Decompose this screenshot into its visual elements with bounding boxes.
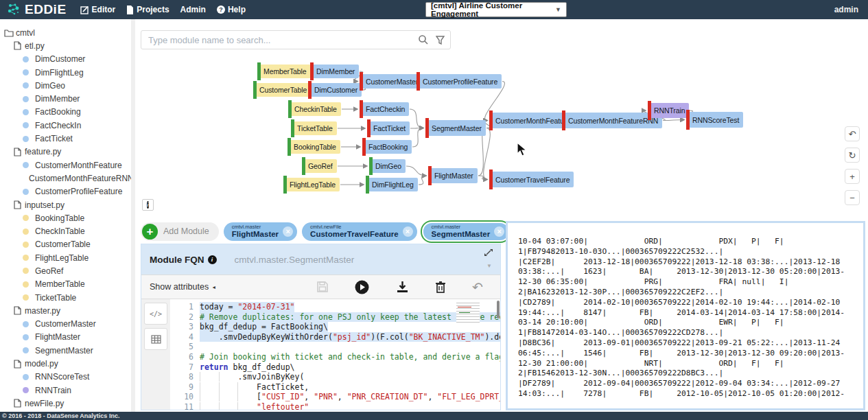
tree-module-RNNTrain[interactable]: RNNTrain: [0, 384, 131, 397]
tree-module-DimCustomer[interactable]: DimCustomer: [0, 53, 131, 66]
tree-module-DimFlightLeg[interactable]: DimFlightLeg: [0, 66, 131, 79]
node-label: SegmentMaster: [432, 124, 482, 132]
tree-file-master.py[interactable]: master.py: [0, 304, 131, 317]
node-label: DimMember: [316, 67, 355, 75]
close-tab-icon[interactable]: ×: [283, 226, 293, 237]
run-button[interactable]: [355, 280, 369, 294]
graph-node-FlightLegTable[interactable]: FlightLegTable: [283, 178, 340, 191]
tree-file-model.py[interactable]: model.py: [0, 357, 131, 370]
code-lines[interactable]: 1today = "2014-07-31"2# Remove duplicate…: [170, 299, 500, 410]
tree-module-DimMember[interactable]: DimMember: [0, 92, 131, 105]
graph-node-DimMember[interactable]: DimMember: [310, 65, 359, 78]
graph-node-GeoRef[interactable]: GeoRef: [302, 159, 337, 173]
save-button[interactable]: [316, 281, 329, 293]
graph-node-RNNScoreTest[interactable]: RNNScoreTest: [686, 112, 743, 128]
expand-icon[interactable]: [484, 248, 493, 257]
tree-folder-cmtvl[interactable]: cmtvl: [0, 26, 131, 39]
tree-module-FactCheckIn[interactable]: FactCheckIn: [0, 119, 131, 132]
tree-module-FactTicket[interactable]: FactTicket: [0, 132, 131, 145]
search-input[interactable]: [147, 34, 418, 46]
graph-node-CustomerMaster[interactable]: CustomerMaster: [360, 74, 422, 89]
sample-data-output[interactable]: 10-04 03:07:00| ORD| PDX| P| F| 1|FB7948…: [508, 223, 863, 399]
module-dot-icon: [23, 96, 29, 102]
undo-button[interactable]: ↶: [845, 126, 860, 141]
download-button[interactable]: [396, 281, 409, 293]
info-icon[interactable]: i: [208, 255, 217, 264]
tree-module-CustomerTable[interactable]: CustomerTable: [0, 238, 131, 251]
menu-admin[interactable]: Admin: [180, 5, 206, 14]
project-select[interactable]: [cmtvl] Airline Customer Engagement ▼: [425, 2, 567, 17]
search-icon[interactable]: [418, 34, 429, 45]
tree-module-CustomerMaster[interactable]: CustomerMaster: [0, 318, 131, 331]
graph-node-DimCustomer[interactable]: DimCustomer: [308, 83, 362, 97]
tree-module-FactBooking[interactable]: FactBooking: [0, 106, 131, 119]
tree-file-feature.py[interactable]: feature.py: [0, 145, 131, 159]
tree-item-label: inputset.py: [25, 200, 64, 210]
module-tab-CustomerTravelFeature[interactable]: cmtvl.newFileCustomerTravelFeature×: [302, 222, 417, 241]
fqn-value[interactable]: cmtvl.master.SegmentMaster: [235, 255, 355, 265]
module-dot-icon: [23, 82, 29, 89]
graph-node-CustomerProfileFeature[interactable]: CustomerProfileFeature: [417, 74, 502, 89]
tree-module-FlightLegTable[interactable]: FlightLegTable: [0, 251, 131, 264]
tree-file-newFile.py[interactable]: newFile.py: [0, 397, 131, 410]
tree-item-label: master.py: [25, 306, 60, 316]
close-tab-icon[interactable]: ×: [403, 226, 413, 237]
refresh-button[interactable]: ↻: [845, 148, 860, 163]
graph-node-SegmentMaster[interactable]: SegmentMaster: [425, 120, 486, 136]
line-number: 3: [170, 322, 200, 332]
graph-node-FlightMaster[interactable]: FlightMaster: [428, 168, 478, 183]
graph-node-FactBooking[interactable]: FactBooking: [362, 140, 412, 154]
chevron-down-icon[interactable]: ▼: [486, 263, 492, 269]
graph-info-button[interactable]: i: [142, 199, 154, 211]
tree-module-CustomerProfileFeature[interactable]: CustomerProfileFeature: [0, 185, 131, 198]
tree-module-TicketTable[interactable]: TicketTable: [0, 291, 131, 304]
zoom-out-button[interactable]: −: [845, 190, 860, 205]
sidebar-scrollbar[interactable]: [131, 19, 135, 412]
module-toolbar: Show attributes ◄: [141, 275, 500, 299]
tree-module-CustomerMonthFeatureRNN[interactable]: CustomerMonthFeatureRNN: [0, 172, 131, 185]
zoom-in-button[interactable]: +: [845, 169, 860, 184]
tree-file-inputset.py[interactable]: inputset.py: [0, 198, 131, 211]
tree-module-DimGeo[interactable]: DimGeo: [0, 79, 131, 92]
add-module-button[interactable]: + Add Module: [141, 222, 219, 241]
table-view-button[interactable]: [144, 328, 167, 350]
code-view-button[interactable]: </>: [144, 303, 167, 325]
graph-node-RNNTrain[interactable]: RNNTrain: [648, 103, 689, 118]
graph-node-FactCheckin[interactable]: FactCheckin: [360, 102, 409, 116]
node-status-bar: [686, 110, 690, 130]
graph-node-BookingTable[interactable]: BookingTable: [288, 140, 340, 154]
show-attributes-toggle[interactable]: Show attributes ◄: [150, 282, 216, 292]
menu-help[interactable]: ? Help: [217, 5, 246, 14]
filter-funnel-icon[interactable]: [436, 36, 445, 45]
menu-editor[interactable]: Editor: [80, 5, 116, 14]
graph-node-CheckinTable[interactable]: CheckinTable: [288, 102, 341, 116]
tree-module-CheckInTable[interactable]: CheckInTable: [0, 224, 131, 237]
file-icon: [13, 399, 22, 408]
tree-module-CustomerMonthFeature[interactable]: CustomerMonthFeature: [0, 159, 131, 172]
tree-item-label: SegmentMaster: [35, 346, 93, 355]
module-tab-FlightMaster[interactable]: cmtvl.masterFlightMaster×: [224, 222, 297, 241]
tree-module-GeoRef[interactable]: GeoRef: [0, 264, 131, 277]
delete-button[interactable]: [435, 281, 446, 293]
undo-button[interactable]: ↶: [472, 281, 483, 294]
tree-module-FlightMaster[interactable]: FlightMaster: [0, 331, 131, 344]
module-tab-SegmentMaster[interactable]: cmtvl.masterSegmentMaster×: [422, 222, 511, 242]
graph-node-CustomerTravelFeature[interactable]: CustomerTravelFeature: [489, 172, 574, 187]
graph-node-FactTicket[interactable]: FactTicket: [367, 121, 410, 135]
tree-module-MemberTable[interactable]: MemberTable: [0, 278, 131, 291]
tree-module-SegmentMaster[interactable]: SegmentMaster: [0, 344, 131, 357]
tree-module-RNNScoreTest[interactable]: RNNScoreTest: [0, 371, 131, 384]
graph-node-MemberTable[interactable]: MemberTable: [257, 65, 311, 78]
editor-scrollbar[interactable]: [497, 301, 500, 318]
close-tab-icon[interactable]: ×: [494, 226, 504, 237]
app-title: EDDiE: [25, 2, 67, 17]
graph-node-CustomerTable[interactable]: CustomerTable: [253, 83, 311, 97]
graph-node-DimGeo[interactable]: DimGeo: [369, 159, 406, 173]
tree-file-etl.py[interactable]: etl.py: [0, 39, 131, 52]
tree-module-BookingTable[interactable]: BookingTable: [0, 211, 131, 224]
tree-item-label: FactBooking: [35, 107, 81, 117]
app-logo[interactable]: EDDiE: [7, 2, 67, 17]
graph-node-DimFlightLeg[interactable]: DimFlightLeg: [366, 178, 418, 191]
graph-node-TicketTable[interactable]: TicketTable: [291, 121, 337, 135]
menu-projects[interactable]: Projects: [126, 5, 169, 14]
